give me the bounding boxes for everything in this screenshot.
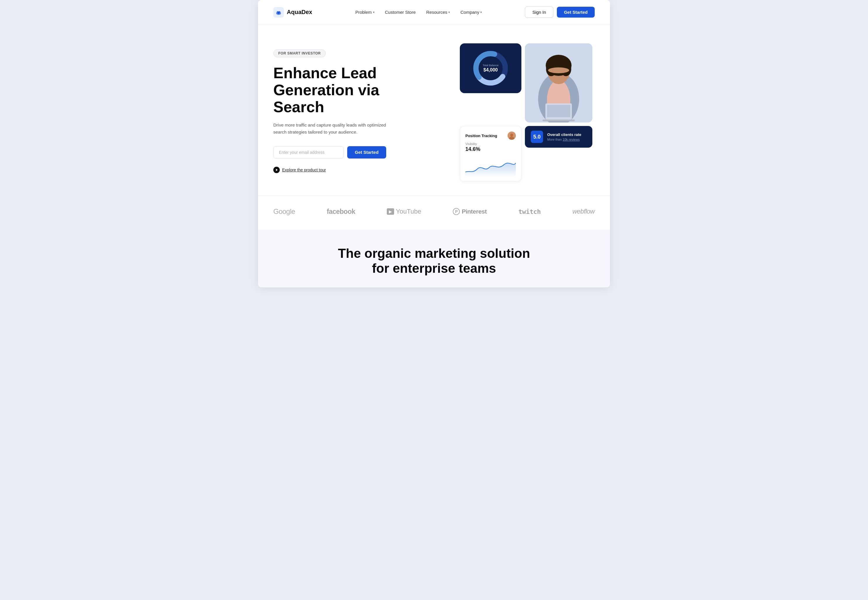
hero-cards-row-bottom: Position Tracking Visibility 14.6% (460, 126, 595, 181)
brand-pinterest: P Pinterest (453, 208, 486, 215)
balance-value: $4,000 (483, 67, 498, 72)
woman-image (525, 43, 592, 123)
donut-chart: Total Balance $4,000 (471, 49, 510, 87)
brand-google-label: Google (273, 208, 295, 216)
hero-left: FOR SMART INVESTOR Enhance Lead Generati… (273, 43, 420, 173)
brands-row: Google facebook ▶ YouTube P Pinterest tw… (273, 208, 595, 216)
logo-text: AquaDex (287, 9, 312, 15)
product-tour-label: Explore the product tour (282, 168, 326, 172)
reviews-link[interactable]: 10k reviews (563, 138, 580, 141)
product-tour-link[interactable]: Explore the product tour (273, 167, 420, 173)
bottom-section: The organic marketing solution for enter… (258, 230, 610, 287)
tracking-title: Position Tracking (465, 133, 497, 138)
email-input[interactable] (273, 146, 344, 159)
getstarted-hero-button[interactable]: Get Started (347, 146, 386, 159)
balance-label: Total Balance (483, 64, 499, 67)
hero-description: Drive more traffic and capture quality l… (273, 121, 391, 136)
brands-section: Google facebook ▶ YouTube P Pinterest tw… (258, 195, 610, 230)
hero-section: FOR SMART INVESTOR Enhance Lead Generati… (258, 24, 610, 195)
page-wrapper: AquaDex Problem ▾ Customer Store Resourc… (258, 0, 610, 287)
pinterest-icon: P (453, 208, 460, 215)
tracking-header: Position Tracking (465, 132, 516, 140)
brand-pinterest-label: Pinterest (462, 208, 486, 215)
getstarted-nav-button[interactable]: Get Started (557, 7, 595, 18)
rating-title: Overall clients rate (547, 132, 581, 137)
hero-badge: FOR SMART INVESTOR (273, 49, 326, 58)
visibility-label: Visibility (465, 142, 516, 145)
avatar-svg (508, 132, 516, 140)
chevron-icon: ▾ (448, 11, 450, 14)
balance-card: Total Balance $4,000 (460, 43, 521, 93)
tracking-avatar (508, 132, 516, 140)
rating-text: Overall clients rate More than 10k revie… (547, 132, 581, 141)
rating-card: 5.0 Overall clients rate More than 10k r… (525, 126, 592, 148)
person-illustration (525, 43, 592, 123)
brand-webflow-label: webflow (572, 208, 595, 215)
hero-title: Enhance Lead Generation via Search (273, 64, 420, 116)
nav-links: Problem ▾ Customer Store Resources ▾ Com… (356, 10, 482, 15)
svg-point-16 (510, 133, 513, 137)
signin-button[interactable]: Sign In (525, 6, 553, 18)
brand-google: Google (273, 208, 295, 216)
bottom-title-line1: The organic marketing solution (338, 246, 530, 261)
rating-subtitle: More than 10k reviews (547, 138, 581, 141)
visibility-value: 14.6% (465, 146, 516, 152)
nav-item-company[interactable]: Company ▾ (461, 10, 482, 15)
svg-rect-13 (547, 105, 570, 117)
nav-item-customerstore[interactable]: Customer Store (385, 10, 416, 15)
play-icon (273, 167, 280, 173)
bottom-title-line2: for enterprise teams (372, 261, 496, 276)
brand-facebook-label: facebook (327, 208, 355, 216)
hero-cards-row-top: Total Balance $4,000 (460, 43, 595, 123)
logo-icon (273, 7, 284, 18)
rating-score: 5.0 (531, 131, 543, 143)
svg-point-11 (548, 67, 569, 73)
brand-youtube: ▶ YouTube (387, 208, 421, 215)
brand-twitch-label: twitch (518, 208, 541, 215)
woman-card (525, 43, 592, 123)
logo: AquaDex (273, 7, 312, 18)
brand-webflow: webflow (572, 208, 595, 215)
nav-actions: Sign In Get Started (525, 6, 595, 18)
hero-right: Total Balance $4,000 (460, 43, 595, 181)
hero-cta: Get Started (273, 146, 420, 159)
chevron-icon: ▾ (373, 11, 374, 14)
svg-rect-14 (543, 120, 575, 121)
nav-item-resources[interactable]: Resources ▾ (426, 10, 450, 15)
nav-item-problem[interactable]: Problem ▾ (356, 10, 374, 15)
chevron-icon: ▾ (480, 11, 482, 14)
youtube-play-icon: ▶ (387, 208, 394, 215)
bottom-title: The organic marketing solution for enter… (273, 246, 595, 276)
brand-twitch: twitch (518, 208, 541, 215)
tracking-card: Position Tracking Visibility 14.6% (460, 126, 521, 181)
brand-youtube-label: YouTube (396, 208, 421, 215)
navbar: AquaDex Problem ▾ Customer Store Resourc… (258, 0, 610, 24)
donut-center: Total Balance $4,000 (483, 64, 499, 73)
sparkline-chart (465, 156, 516, 176)
brand-facebook: facebook (327, 208, 355, 216)
